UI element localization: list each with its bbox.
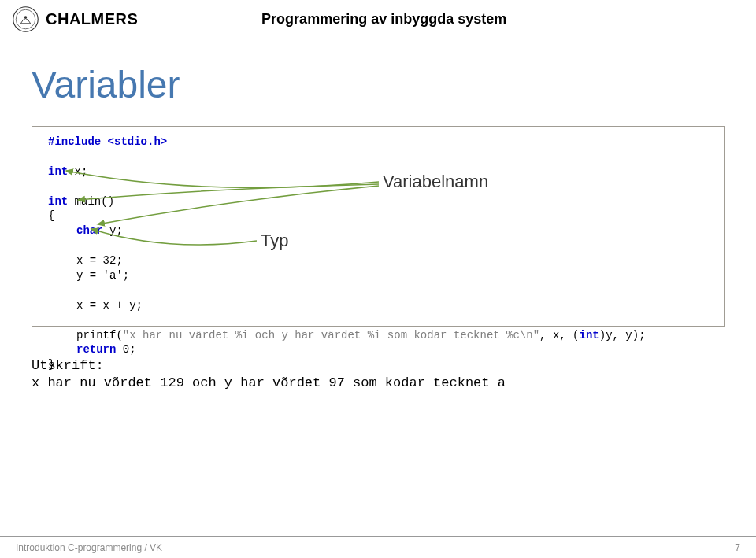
chalmers-seal-icon	[12, 6, 39, 33]
printf-cast: )y, y);	[599, 329, 646, 342]
assign-y: y = 'a';	[76, 269, 129, 282]
header: CHALMERS Programmering av inbyggda syste…	[0, 0, 756, 39]
logo-text: CHALMERS	[46, 10, 138, 28]
code-box: #include <stdio.h> int x; int main() { c…	[32, 126, 724, 327]
page-number: 7	[735, 542, 740, 553]
printf-args: , x, (	[539, 329, 579, 342]
svg-point-0	[13, 7, 39, 32]
printf-call: printf(	[76, 329, 123, 342]
logo: CHALMERS	[12, 6, 138, 33]
content: Variabler #include <stdio.h> int x; int …	[0, 39, 756, 392]
svg-point-3	[24, 16, 28, 19]
lbrace: {	[48, 209, 54, 222]
return-val: 0;	[116, 343, 135, 356]
svg-point-1	[16, 9, 35, 29]
header-title: Programmering av inbyggda system	[138, 11, 756, 28]
page-title: Variabler	[32, 63, 724, 106]
rbrace: }	[48, 358, 54, 371]
add-line: x = x + y;	[76, 299, 143, 312]
footer-text: Introduktion C-programmering / VK	[16, 542, 162, 553]
annotation-typ: Typ	[261, 229, 288, 253]
annotation-variabelnamn: Variabelnamn	[383, 170, 488, 194]
code-include: #include <stdio.h>	[48, 135, 167, 148]
footer: Introduktion C-programmering / VK 7	[0, 536, 756, 558]
arrow-var-y	[95, 183, 395, 231]
output-text: x har nu võrdet 129 och y har võrdet 97 …	[32, 375, 724, 392]
kw-return: return	[76, 343, 116, 356]
printf-str: "x har nu värdet %i och y har värdet %i …	[123, 329, 539, 342]
kw-int3: int	[580, 329, 599, 342]
